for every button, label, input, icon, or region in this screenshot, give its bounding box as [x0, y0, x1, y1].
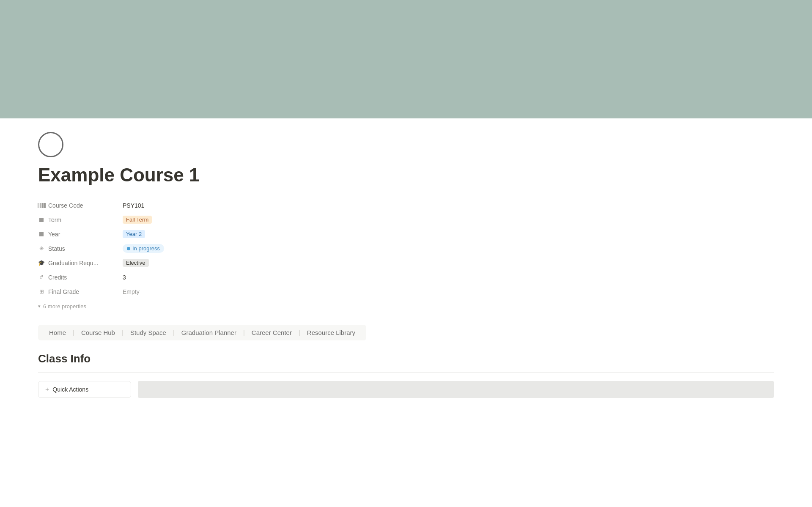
- quick-actions-label: Quick Actions: [52, 386, 88, 393]
- quick-actions-card[interactable]: + Quick Actions: [38, 381, 131, 398]
- property-label-graduation-req: 🎓 Graduation Requ...: [38, 260, 123, 266]
- properties-section: Course Code PSY101 Term Fall Term Year: [38, 198, 774, 311]
- status-dot: [127, 247, 130, 250]
- nav-item-career-center[interactable]: Career Center: [246, 327, 298, 338]
- property-row-year: Year Year 2: [38, 227, 774, 241]
- plus-icon: +: [45, 386, 49, 393]
- property-row-credits: # Credits 3: [38, 270, 774, 285]
- nav-separator-5: |: [298, 329, 301, 336]
- more-properties-toggle[interactable]: ▾ 6 more properties: [38, 301, 774, 311]
- hero-banner: [0, 0, 812, 118]
- property-label-course-code: Course Code: [38, 202, 123, 209]
- year-tag[interactable]: Year 2: [123, 230, 145, 238]
- nav-item-course-hub[interactable]: Course Hub: [75, 327, 121, 338]
- nav-separator-1: |: [72, 329, 75, 336]
- table-icon-final-grade: ⊞: [38, 288, 45, 295]
- property-label-year: Year: [38, 231, 123, 238]
- barcode-icon: [38, 202, 45, 209]
- property-value-graduation-req[interactable]: Elective: [123, 259, 149, 267]
- property-value-year[interactable]: Year 2: [123, 230, 145, 238]
- page-title: Example Course 1: [38, 164, 774, 186]
- nav-item-home[interactable]: Home: [43, 327, 72, 338]
- page-icon-circle: [38, 132, 63, 157]
- page-icon-area: [38, 132, 774, 159]
- chevron-down-icon: ▾: [38, 304, 41, 309]
- nav-separator-3: |: [172, 329, 176, 336]
- property-row-graduation-req: 🎓 Graduation Requ... Elective: [38, 256, 774, 270]
- property-label-status: ✳ Status: [38, 245, 123, 252]
- property-row-term: Term Fall Term: [38, 213, 774, 227]
- graduation-req-tag[interactable]: Elective: [123, 259, 149, 267]
- property-value-term[interactable]: Fall Term: [123, 216, 152, 224]
- property-label-credits: # Credits: [38, 274, 123, 281]
- content-placeholder-block: [138, 381, 774, 398]
- class-info-title: Class Info: [38, 352, 774, 365]
- term-tag[interactable]: Fall Term: [123, 216, 152, 224]
- property-row-course-code: Course Code PSY101: [38, 198, 774, 213]
- nav-separator-4: |: [242, 329, 246, 336]
- property-row-final-grade: ⊞ Final Grade Empty: [38, 285, 774, 299]
- nav-item-resource-library[interactable]: Resource Library: [301, 327, 361, 338]
- graduation-icon: 🎓: [38, 260, 45, 266]
- square-icon-year: [38, 231, 45, 238]
- nav-item-graduation-planner[interactable]: Graduation Planner: [176, 327, 242, 338]
- square-icon-term: [38, 217, 45, 223]
- property-value-final-grade[interactable]: Empty: [123, 288, 140, 295]
- status-tag[interactable]: In progress: [123, 244, 164, 253]
- property-label-term: Term: [38, 217, 123, 223]
- section-divider: [38, 372, 774, 373]
- nav-bar: Home | Course Hub | Study Space | Gradua…: [38, 325, 366, 340]
- property-row-status: ✳ Status In progress: [38, 241, 774, 256]
- property-value-course-code[interactable]: PSY101: [123, 202, 144, 209]
- spinner-icon-status: ✳: [38, 245, 45, 252]
- property-value-credits[interactable]: 3: [123, 274, 126, 281]
- nav-item-study-space[interactable]: Study Space: [124, 327, 172, 338]
- property-value-status[interactable]: In progress: [123, 244, 164, 253]
- hash-icon-credits: #: [38, 274, 45, 281]
- nav-separator-2: |: [121, 329, 124, 336]
- property-label-final-grade: ⊞ Final Grade: [38, 288, 123, 295]
- bottom-section: + Quick Actions: [38, 381, 774, 398]
